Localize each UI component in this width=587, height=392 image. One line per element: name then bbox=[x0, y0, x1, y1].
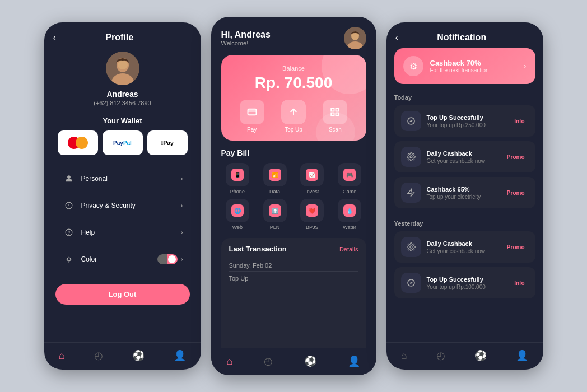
notif-cashback65-content: Cashback 65% Top up your electricity bbox=[427, 186, 497, 200]
bill-web-label: Web bbox=[232, 225, 243, 230]
notification-back-button[interactable]: ‹ bbox=[395, 32, 398, 43]
svg-point-22 bbox=[410, 156, 412, 158]
bill-water-label: Water bbox=[343, 225, 356, 230]
help-label: Help bbox=[81, 228, 181, 236]
balance-label: Balance bbox=[231, 65, 356, 72]
cashback-text: Cashback 70% For the next transaction bbox=[430, 59, 489, 73]
svg-marker-23 bbox=[408, 189, 414, 196]
topup-button[interactable] bbox=[281, 100, 306, 124]
pay-action[interactable]: Pay bbox=[240, 100, 264, 133]
bill-game-label: Game bbox=[343, 189, 357, 194]
mastercard-icon bbox=[68, 137, 88, 149]
cashback-title: Cashback 70% bbox=[430, 59, 489, 67]
bottom-navigation-notification: ⌂ ◴ ⚽ 👤 bbox=[386, 342, 543, 370]
bill-phone[interactable]: 📱 Phone bbox=[221, 163, 254, 194]
notif-title: Top Up Succesfully bbox=[427, 114, 505, 121]
pay-bill-grid: 📱 Phone 📶 Data 📈 Invest 🎮 Game 🌐 Web ⬆️ … bbox=[211, 163, 376, 238]
bottom-navigation: ⌂ ◴ ⚽ 👤 bbox=[44, 342, 201, 370]
bill-data-label: Data bbox=[269, 189, 280, 194]
svg-rect-19 bbox=[332, 113, 334, 116]
bottom-navigation-dashboard: ⌂ ◴ ⚽ 👤 bbox=[211, 348, 376, 375]
last-transaction-section: Last Transaction Details Sunday, Feb 02 … bbox=[221, 238, 366, 348]
notif-daily-cashback-2[interactable]: Daily Cashback Get your cashback now Pro… bbox=[394, 231, 535, 263]
svg-point-10 bbox=[67, 258, 71, 261]
details-link[interactable]: Details bbox=[339, 246, 358, 253]
notif-topup-success-2[interactable]: Top Up Succesfully Your top up Rp.100.00… bbox=[394, 267, 535, 298]
menu-item-personal[interactable]: Personal › bbox=[55, 166, 190, 191]
profile-avatar-section: Andreas (+62) 812 3456 7890 bbox=[44, 45, 201, 111]
bill-web[interactable]: 🌐 Web bbox=[221, 199, 254, 230]
logout-button[interactable]: Log Out bbox=[55, 284, 190, 305]
menu-item-help[interactable]: Help › bbox=[55, 220, 190, 245]
dashboard-screen: Hi, Andreas Welcome! Balance Rp. 70.500 … bbox=[211, 17, 376, 375]
nav-profile-icon[interactable]: 👤 bbox=[348, 355, 360, 367]
bill-game[interactable]: 🎮 Game bbox=[333, 163, 366, 194]
scan-button[interactable] bbox=[323, 100, 347, 124]
notif-cashback-yday-content: Daily Cashback Get your cashback now bbox=[427, 240, 497, 254]
mastercard-card[interactable] bbox=[58, 130, 98, 155]
notif-badge-info-2: Info bbox=[510, 279, 528, 287]
cashback-chevron-icon: › bbox=[524, 62, 527, 71]
notif-title: Top Up Succesfully bbox=[427, 276, 505, 283]
pay-label: Pay bbox=[247, 127, 257, 133]
last-transaction-header: Last Transaction Details bbox=[229, 245, 358, 253]
bill-data[interactable]: 📶 Data bbox=[258, 163, 291, 194]
privacy-label: Privacy & Security bbox=[81, 202, 181, 209]
menu-item-privacy[interactable]: Privacy & Security › bbox=[55, 193, 190, 218]
nav-home-icon[interactable]: ⌂ bbox=[227, 356, 233, 367]
nav-bell-icon[interactable]: ⚽ bbox=[304, 355, 316, 367]
profile-menu: Personal › Privacy & Security › Help › C… bbox=[44, 161, 201, 277]
pay-button[interactable] bbox=[240, 100, 264, 124]
color-label: Color bbox=[81, 255, 157, 263]
nav-profile-icon[interactable]: 👤 bbox=[516, 349, 528, 362]
bill-bpjs-label: BPJS bbox=[306, 225, 319, 230]
balance-amount: Rp. 70.500 bbox=[231, 74, 356, 92]
transaction-date: Sunday, Feb 02 bbox=[229, 259, 358, 272]
notif-topup-success-1[interactable]: Top Up Succesfully Your top up Rp.250.00… bbox=[394, 105, 535, 137]
notif-daily-cashback-1[interactable]: Daily Cashback Get your cashback now Pro… bbox=[394, 141, 535, 172]
color-toggle[interactable] bbox=[157, 254, 178, 264]
notif-title: Cashback 65% bbox=[427, 186, 497, 193]
bill-pln[interactable]: ⬆️ PLN bbox=[258, 199, 291, 230]
profile-screen: ‹ Profile Andreas (+62) 812 3456 7890 Yo… bbox=[44, 22, 201, 370]
nav-history-icon[interactable]: ◴ bbox=[264, 355, 273, 367]
profile-name: Andreas bbox=[106, 90, 138, 99]
notif-cashback-content: Daily Cashback Get your cashback now bbox=[427, 150, 497, 164]
svg-rect-20 bbox=[336, 113, 339, 116]
nav-bell-icon[interactable]: ⚽ bbox=[474, 349, 487, 362]
bill-water[interactable]: 💧 Water bbox=[333, 199, 366, 230]
notification-header: ‹ Notification bbox=[386, 22, 543, 48]
last-transaction-title: Last Transaction bbox=[229, 245, 287, 253]
nav-home-icon[interactable]: ⌂ bbox=[59, 350, 65, 362]
nav-history-icon[interactable]: ◴ bbox=[436, 349, 445, 362]
applepay-icon: Pay bbox=[161, 139, 174, 146]
nav-home-icon[interactable]: ⌂ bbox=[401, 350, 407, 362]
bill-phone-label: Phone bbox=[230, 189, 245, 194]
paypal-icon: PayPal bbox=[113, 140, 132, 146]
bill-invest[interactable]: 📈 Invest bbox=[296, 163, 329, 194]
yesterday-section-label: Yesterday bbox=[386, 218, 543, 231]
nav-bell-icon[interactable]: ⚽ bbox=[132, 349, 145, 362]
notif-cashback-65[interactable]: Cashback 65% Top up your electricity Pro… bbox=[394, 177, 535, 208]
svg-point-3 bbox=[118, 60, 128, 69]
notif-title: Daily Cashback bbox=[427, 240, 497, 247]
notif-gear-icon-2 bbox=[401, 237, 421, 257]
bill-bpjs[interactable]: ❤️ BPJS bbox=[296, 199, 329, 230]
applepay-card[interactable]: Pay bbox=[147, 130, 188, 155]
bill-pln-label: PLN bbox=[270, 225, 280, 230]
notification-list-yesterday: Daily Cashback Get your cashback now Pro… bbox=[386, 231, 543, 298]
paypal-card[interactable]: PayPal bbox=[103, 130, 143, 155]
scan-action[interactable]: Scan bbox=[323, 100, 347, 133]
greeting-section: Hi, Andreas Welcome! bbox=[221, 30, 271, 46]
nav-profile-icon[interactable]: 👤 bbox=[174, 349, 186, 362]
menu-item-color[interactable]: Color › bbox=[55, 247, 190, 272]
notif-sub: Your top up Rp.100.000 bbox=[427, 284, 505, 290]
topup-action[interactable]: Top Up bbox=[281, 100, 306, 133]
notif-sub: Get your cashback now bbox=[427, 158, 497, 164]
cashback-banner[interactable]: ⚙ Cashback 70% For the next transaction … bbox=[394, 48, 535, 84]
today-section-label: Today bbox=[386, 92, 543, 105]
nav-history-icon[interactable]: ◴ bbox=[94, 349, 103, 362]
notif-title: Daily Cashback bbox=[427, 150, 497, 157]
help-icon bbox=[62, 226, 76, 239]
svg-rect-18 bbox=[336, 108, 339, 111]
